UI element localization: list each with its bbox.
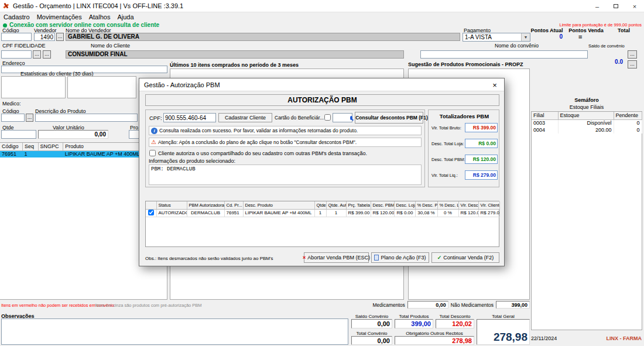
maximize-button[interactable] (607, 0, 625, 12)
share-consent-checkbox[interactable] (149, 150, 156, 156)
column-header[interactable]: % Desc. Lo... (437, 201, 458, 209)
column-header[interactable]: Seq (23, 143, 38, 150)
continuar-venda-button[interactable]: ✓ Continuar Venda (F2) (431, 252, 499, 263)
saldo-convenio-value: 0.0 (585, 59, 623, 65)
observacoes-textarea[interactable] (1, 318, 348, 345)
vlr-total-bruto-value: R$ 399.00 (465, 123, 498, 132)
cpf-label: CPF: (149, 115, 162, 121)
estatisticas-box-1 (1, 76, 66, 98)
table-row[interactable]: 0004200.000 (532, 126, 642, 133)
cartao-beneficiario-checkbox[interactable] (324, 114, 331, 121)
dialog-close-button[interactable]: × (485, 78, 504, 91)
medicamentos-label: Medicamentos (372, 302, 405, 308)
medicamentos-row: Medicamentos 0,00 Não Medicamentos 399,0… (351, 301, 530, 309)
column-header[interactable]: Qtde. Aut... (326, 201, 346, 209)
column-header[interactable]: PBM Autorizadora (187, 201, 224, 209)
column-header[interactable]: Filial (532, 112, 558, 119)
obs-note: Obs.: Itens desmarcados não serão valida… (145, 256, 273, 261)
column-header[interactable]: Cd. Pr... (224, 201, 243, 209)
sugestao-lookup-button[interactable]: ... (628, 60, 637, 68)
abortar-venda-label: Abortar Venda PBM (ESC) (307, 255, 370, 261)
codigo-input[interactable] (1, 33, 32, 41)
totalizadores-title: Totalizadores PBM (429, 113, 500, 119)
nao-medicamentos-label: Não Medicamentos (451, 302, 494, 308)
column-header[interactable]: Vlr. Cliente (478, 201, 499, 209)
total-convenio-label: Total Convênio (351, 331, 392, 336)
success-message: Consulta realizada com sucesso. Por favo… (159, 128, 358, 133)
table-cell: 0 % (437, 209, 458, 217)
pontos-atual-label: Pontos Atual (529, 28, 565, 33)
column-header[interactable]: Status (156, 201, 187, 209)
convenio-lookup-button[interactable]: ... (628, 50, 637, 59)
column-header[interactable] (146, 201, 156, 209)
cadastrar-cliente-button[interactable]: Cadastrar Cliente (218, 113, 272, 122)
menu-movimentacoes[interactable]: Movimentações (33, 13, 85, 20)
table-cell: 76951 (224, 209, 243, 217)
table-cell: 0 (614, 126, 642, 133)
total-label: Total (608, 28, 640, 33)
nome-convenio-input[interactable] (420, 50, 588, 59)
column-header[interactable]: Vlr. Desc. (458, 201, 478, 209)
column-header[interactable]: SNGPC (38, 143, 63, 150)
cpf-fidelidade-input[interactable] (1, 50, 32, 59)
consultar-descontos-button[interactable]: Consultar descontos PBM (F1) (355, 112, 423, 124)
table-cell: 0004 (532, 126, 558, 133)
warning-icon: ⚠ (151, 139, 156, 145)
produto-selecionado-label: Informações do produto selecionado: (149, 158, 235, 164)
column-header[interactable]: Desc. PBM (371, 201, 394, 209)
date-label: 22/11/2024 (531, 335, 557, 341)
column-header[interactable]: Prç. Tabela (346, 201, 371, 209)
check-icon: ✓ (437, 255, 442, 261)
app-icon (2, 2, 10, 10)
consultar-descontos-label: Consultar descontos PBM (F1) (355, 115, 428, 121)
close-button[interactable]: × (625, 0, 644, 12)
desc-total-pbm-label: Desc. Total PBM: (431, 157, 465, 162)
maximize-icon (614, 4, 618, 8)
vlr-total-bruto-label: Vlr. Total Bruto: (431, 125, 461, 131)
menu-cadastro[interactable]: Cadastro (0, 13, 33, 20)
column-header[interactable]: Estoque (558, 112, 614, 119)
produto-lookup-button[interactable]: ... (26, 114, 33, 122)
menu-ajuda[interactable]: Ajuda (114, 13, 137, 20)
pbm-authorization-dialog: Gestão - Autorização PBM × AUTORIZAÇÃO P… (139, 78, 505, 266)
total-desconto-label: Total Desconto (436, 314, 474, 319)
menu-atalhos[interactable]: Atalhos (85, 13, 114, 20)
cpf-input[interactable] (163, 113, 216, 122)
plano-acao-button[interactable]: Plano de Ação (F3) (371, 252, 429, 263)
obrigatorio-field: 278,98 (395, 336, 474, 345)
pagamento-select[interactable]: 1-A VISTA ▼ (463, 33, 530, 42)
descricao-produto-input[interactable] (35, 114, 138, 122)
cpf-lookup-button-1[interactable]: ... (33, 50, 41, 59)
table-cell: 30,08 % (415, 209, 437, 217)
saldo-convenio-total-field: 0,00 (351, 319, 392, 328)
table-cell: R$ 0.00 (394, 209, 415, 217)
cpf-lookup-button-2[interactable]: ... (43, 50, 51, 59)
vendedor-lookup-button[interactable]: ... (56, 33, 64, 41)
column-header[interactable]: % Desc. P... (415, 201, 437, 209)
column-header[interactable]: Código (0, 143, 23, 150)
table-row[interactable]: 0003Disponível0 (532, 119, 642, 126)
vendedor-input[interactable] (34, 33, 55, 41)
nome-cliente-label: Nome do Cliente (91, 43, 130, 49)
table-cell (38, 150, 63, 157)
abortar-venda-button[interactable]: × Abortar Venda PBM (ESC) (304, 252, 369, 263)
table-cell: R$ 120.00 (458, 209, 478, 217)
cartao-beneficiario-input[interactable] (333, 113, 352, 122)
table-row[interactable]: AUTORIZADODERMACLUB76951LIPIKAR BAUME AP… (146, 209, 499, 217)
window-controls: – × (588, 0, 644, 12)
column-header[interactable]: Desc. Produto (243, 201, 314, 209)
qtde-input[interactable] (1, 130, 36, 139)
plano-acao-label: Plano de Ação (F3) (381, 255, 426, 261)
produto-codigo-input[interactable] (1, 114, 25, 122)
row-checkbox[interactable] (148, 210, 154, 215)
pontos-venda-label: Pontos Venda (568, 28, 604, 33)
estoque-filiais-label: Estoque Filiais (531, 104, 642, 110)
obrigatorio-label: Obrigatório Outros Recbtos (395, 331, 474, 336)
column-header[interactable]: Pendente (614, 112, 642, 119)
total-geral-label: Total Geral (477, 314, 530, 319)
app-window: Gestão - Orçamento | LINX ITEC004 | Vs O… (0, 0, 644, 346)
column-header[interactable]: Qtde. (314, 201, 326, 209)
sugestao-label: Sugestão de Produtos Promocionais - PROP… (408, 61, 523, 67)
minimize-button[interactable]: – (588, 0, 607, 12)
column-header[interactable]: Desc. Loja (394, 201, 415, 209)
